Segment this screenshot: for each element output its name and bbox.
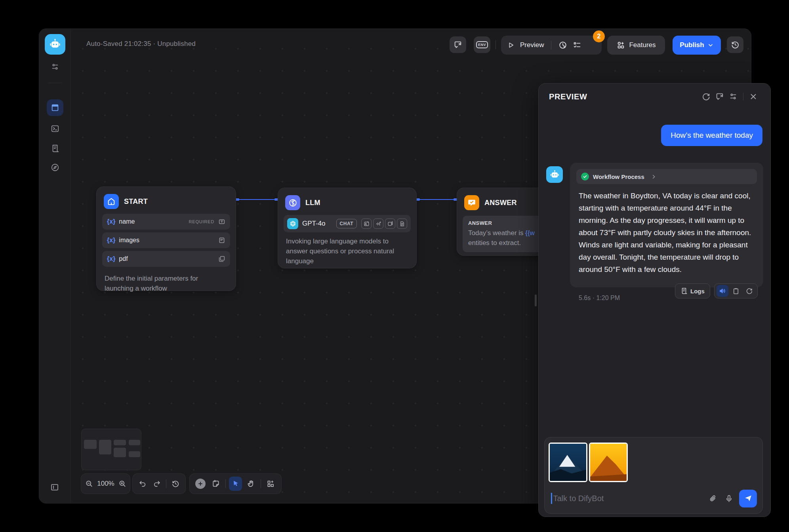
minimap-node-block bbox=[129, 451, 140, 457]
regenerate-button[interactable] bbox=[743, 285, 755, 297]
toolbar-divider bbox=[261, 479, 261, 488]
hand-mode-button[interactable] bbox=[244, 477, 257, 491]
start-field-name[interactable]: {x} name REQUIRED bbox=[102, 214, 230, 230]
restart-conversation-button[interactable] bbox=[699, 90, 713, 103]
topbar-divider bbox=[496, 40, 496, 49]
version-history-icon bbox=[172, 480, 179, 488]
minimap-node-block bbox=[114, 440, 126, 445]
attached-image-sunset-mountain[interactable] bbox=[589, 443, 628, 482]
logs-button[interactable]: Logs bbox=[675, 283, 710, 298]
llm-mode-badge: CHAT bbox=[336, 219, 357, 228]
checklist-button[interactable] bbox=[573, 41, 581, 49]
voice-input-button[interactable] bbox=[721, 490, 737, 506]
add-note-icon bbox=[212, 480, 220, 488]
change-history-button[interactable] bbox=[170, 477, 181, 491]
edge-start-to-llm bbox=[236, 199, 278, 200]
sidebar-item-orchestrate[interactable] bbox=[47, 99, 63, 116]
copy-button[interactable] bbox=[730, 285, 742, 297]
field-name-label: images bbox=[119, 237, 218, 244]
minimap[interactable] bbox=[81, 429, 141, 470]
edge-llm-to-answer bbox=[417, 199, 457, 200]
node-start[interactable]: START {x} name REQUIRED {x} images {x} p… bbox=[96, 186, 236, 291]
settings-sliders-icon bbox=[51, 63, 59, 71]
sidebar-item-terminal[interactable] bbox=[39, 121, 71, 137]
features-button[interactable]: Features bbox=[607, 36, 665, 55]
sidebar bbox=[39, 29, 71, 503]
redo-button[interactable] bbox=[151, 477, 163, 491]
sidebar-item-monitoring[interactable] bbox=[39, 160, 71, 175]
preview-run-button[interactable]: Preview bbox=[520, 41, 544, 49]
node-start-description: Define the initial parameters for launch… bbox=[102, 270, 230, 294]
chat-input-row bbox=[551, 489, 757, 508]
close-preview-button[interactable] bbox=[747, 90, 760, 103]
user-message-bubble: How’s the weather today bbox=[661, 125, 762, 146]
workflow-process-toggle[interactable]: Workflow Process bbox=[576, 169, 757, 184]
send-button[interactable] bbox=[739, 490, 757, 507]
chat-clear-icon bbox=[454, 40, 462, 49]
canvas-scrollbar[interactable] bbox=[535, 294, 537, 306]
minimap-node-block bbox=[114, 448, 126, 457]
zoom-in-button[interactable] bbox=[118, 477, 126, 491]
answer-bubble-icon bbox=[464, 195, 479, 210]
llm-model-selector[interactable]: GPT-4o CHAT bbox=[284, 215, 411, 232]
pointer-mode-button[interactable] bbox=[229, 477, 242, 491]
bot-avatar bbox=[546, 166, 563, 183]
attached-image-night-mountain[interactable] bbox=[549, 443, 587, 482]
text-caret bbox=[551, 493, 552, 504]
start-field-pdf[interactable]: {x} pdf bbox=[102, 251, 230, 267]
zoom-out-button[interactable] bbox=[85, 477, 93, 491]
history-controls bbox=[132, 473, 186, 494]
header-divider bbox=[743, 93, 743, 101]
regenerate-icon bbox=[746, 287, 753, 294]
chat-clear-icon bbox=[715, 92, 724, 101]
run-history-icon bbox=[558, 41, 567, 49]
clear-conversation-button[interactable] bbox=[713, 90, 726, 103]
status-separator: · bbox=[153, 40, 155, 48]
autosave-status: Auto-Saved 21:02:35 · Unpublished bbox=[86, 40, 196, 48]
field-name-label: pdf bbox=[119, 255, 218, 262]
zoom-level[interactable]: 100% bbox=[95, 480, 116, 488]
collapse-sidebar-icon bbox=[50, 483, 59, 492]
organize-blocks-button[interactable] bbox=[264, 477, 277, 491]
features-icon bbox=[616, 41, 625, 49]
node-start-title: START bbox=[124, 198, 148, 206]
variable-icon: {x} bbox=[107, 255, 115, 262]
preview-settings-button[interactable] bbox=[726, 90, 740, 103]
bot-message-text: The weather in Boydton, VA today is clea… bbox=[576, 184, 757, 276]
sidebar-item-settings[interactable] bbox=[39, 59, 71, 75]
add-node-button[interactable] bbox=[194, 477, 207, 491]
attach-file-button[interactable] bbox=[705, 490, 721, 506]
preview-panel-header: PREVIEW bbox=[539, 84, 770, 110]
publish-button[interactable]: Publish bbox=[673, 36, 721, 55]
clear-chat-button[interactable] bbox=[450, 36, 466, 53]
mic-icon bbox=[725, 494, 733, 503]
workflow-process-label: Workflow Process bbox=[593, 173, 644, 180]
start-field-images[interactable]: {x} images bbox=[102, 232, 230, 248]
audio-capability-icon bbox=[373, 218, 383, 229]
version-history-button[interactable] bbox=[727, 36, 743, 53]
run-history-button[interactable] bbox=[558, 41, 567, 49]
checklist-count-badge: 2 bbox=[593, 30, 605, 42]
bot-message-card: Workflow Process The weather in Boydton,… bbox=[570, 163, 763, 287]
text-input-icon bbox=[218, 218, 225, 225]
sidebar-item-logs[interactable] bbox=[39, 141, 71, 156]
speaker-button[interactable] bbox=[717, 285, 728, 297]
play-icon bbox=[507, 42, 515, 49]
run-toolbar: Preview bbox=[501, 36, 602, 55]
home-icon bbox=[104, 194, 119, 209]
chat-input-card bbox=[544, 437, 763, 514]
screenshot-stage: Auto-Saved 21:02:35 · Unpublished ENV Pr… bbox=[0, 0, 789, 532]
sidebar-divider bbox=[48, 83, 62, 83]
collapse-sidebar-button[interactable] bbox=[50, 483, 59, 492]
app-logo[interactable] bbox=[45, 34, 65, 55]
node-llm-title: LLM bbox=[305, 199, 320, 207]
node-llm[interactable]: LLM GPT-4o CHAT bbox=[278, 188, 417, 268]
undo-button[interactable] bbox=[137, 477, 149, 491]
env-variables-button[interactable]: ENV bbox=[474, 36, 490, 53]
publish-status: Unpublished bbox=[157, 40, 196, 48]
answer-text-prefix: Today’s weather is bbox=[468, 229, 525, 237]
preview-panel-title: PREVIEW bbox=[549, 92, 699, 101]
add-note-button[interactable] bbox=[209, 477, 222, 491]
minimap-node-block bbox=[129, 440, 140, 445]
chat-input[interactable] bbox=[553, 494, 705, 503]
